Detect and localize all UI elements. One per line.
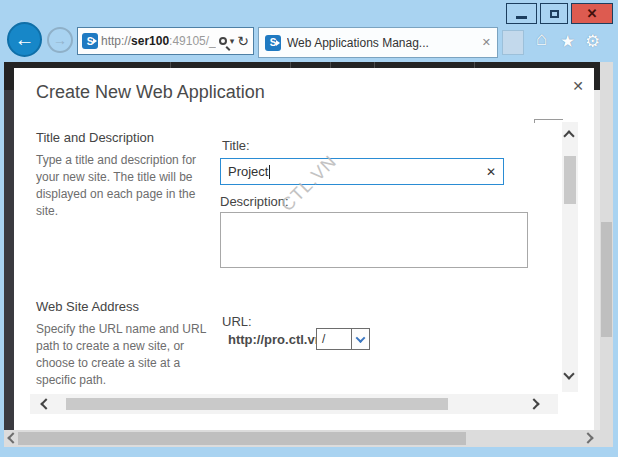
dialog-close-icon[interactable]: ✕ <box>572 78 584 94</box>
back-button[interactable]: ← <box>7 22 42 57</box>
scroll-down-icon[interactable] <box>563 368 574 379</box>
minimize-button[interactable] <box>506 3 537 24</box>
url-field-label: URL: <box>222 314 252 329</box>
section-heading: Web Site Address <box>36 299 216 314</box>
address-url[interactable]: http://ser100:49105/_admin <box>101 34 216 48</box>
favorites-star-icon[interactable]: ★ <box>560 31 575 52</box>
maximize-button[interactable] <box>540 3 568 24</box>
browser-horizontal-scrollbar[interactable] <box>4 430 600 447</box>
refresh-icon[interactable]: ↻ <box>237 33 249 49</box>
close-icon: ✕ <box>587 6 598 21</box>
maximize-icon <box>550 10 559 18</box>
home-icon[interactable]: ⌂ <box>536 28 547 50</box>
clear-input-icon[interactable]: ✕ <box>486 165 496 179</box>
content-frame-edge <box>534 119 563 123</box>
browser-vertical-scrollbar[interactable] <box>600 62 613 430</box>
url-base-text: http://pro.ctl.vn <box>228 332 323 347</box>
forward-icon: → <box>53 32 67 48</box>
minimize-icon <box>516 16 527 19</box>
sharepoint-icon: S <box>82 33 98 49</box>
select-dropdown-button[interactable] <box>351 329 369 349</box>
browser-window: ✕ ← → S http://ser100:49105/_admin ▾ ↻ S… <box>0 0 618 457</box>
new-tab-button[interactable] <box>502 30 524 55</box>
sharepoint-icon: S <box>265 35 281 51</box>
browser-vertical-scrollbar-thumb[interactable] <box>601 222 612 337</box>
dialog-vertical-scrollbar-thumb[interactable] <box>564 156 576 204</box>
scroll-left-icon[interactable] <box>40 398 51 409</box>
title-input[interactable]: Project ✕ <box>220 158 504 185</box>
scrollbar-corner <box>600 430 613 447</box>
window-border-bottom <box>0 447 618 457</box>
dialog-title: Create New Web Application <box>36 82 265 103</box>
chevron-down-icon <box>356 333 366 343</box>
create-web-application-dialog: Create New Web Application ✕ Title and D… <box>14 68 594 430</box>
address-bar[interactable]: S http://ser100:49105/_admin ▾ ↻ <box>77 27 254 55</box>
title-input-value: Project <box>228 164 268 179</box>
scroll-up-icon[interactable] <box>563 130 574 141</box>
section-heading: Title and Description <box>36 130 212 145</box>
window-border-right <box>613 0 618 457</box>
dialog-horizontal-scrollbar-thumb[interactable] <box>66 398 448 410</box>
back-icon: ← <box>15 28 35 51</box>
browser-horizontal-scrollbar-thumb[interactable] <box>18 432 466 445</box>
section-web-site-address: Web Site Address Specify the URL name an… <box>36 299 216 389</box>
search-icon[interactable] <box>219 37 227 45</box>
section-description: Type a title and description for your ne… <box>36 152 212 220</box>
scroll-right-icon[interactable] <box>582 432 593 443</box>
url-path-selected-value: / <box>317 332 351 346</box>
url-path-select[interactable]: / <box>316 328 370 350</box>
tab-web-applications-management[interactable]: S Web Applications Manag... ✕ <box>258 27 498 58</box>
tab-close-icon[interactable]: ✕ <box>482 36 491 49</box>
dialog-vertical-scrollbar[interactable] <box>562 122 578 392</box>
settings-gear-icon[interactable]: ⚙ <box>585 31 600 52</box>
scroll-right-icon[interactable] <box>528 398 539 409</box>
title-field-label: Title: <box>222 138 250 153</box>
dialog-horizontal-scrollbar[interactable] <box>30 394 558 414</box>
close-window-button[interactable]: ✕ <box>571 3 613 24</box>
section-description: Specify the URL name and URL path to cre… <box>36 321 216 389</box>
tab-title: Web Applications Manag... <box>287 36 476 50</box>
text-cursor <box>269 165 270 179</box>
section-title-and-description: Title and Description Type a title and d… <box>36 130 212 220</box>
scroll-left-icon[interactable] <box>7 432 18 443</box>
forward-button[interactable]: → <box>47 27 73 53</box>
search-dropdown-icon[interactable]: ▾ <box>230 36 235 46</box>
